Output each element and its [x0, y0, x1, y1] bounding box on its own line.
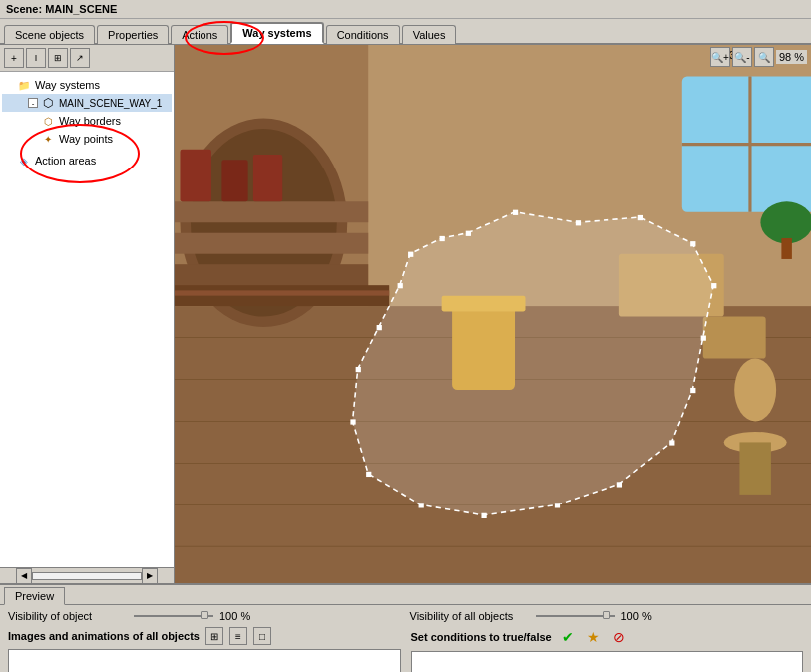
preview-tab-bar: Preview [0, 585, 811, 605]
tab-conditions[interactable]: Conditions [326, 25, 400, 44]
visibility-object-label: Visibility of object [8, 610, 128, 622]
svg-rect-45 [408, 252, 413, 257]
tree-item-way-points[interactable]: ✦ Way points [2, 130, 172, 148]
svg-rect-31 [690, 241, 695, 246]
svg-rect-35 [669, 440, 674, 445]
visibility-all-label: Visibility of all objects [410, 610, 530, 622]
scrollbar-track[interactable] [32, 572, 142, 580]
visibility-all-slider[interactable] [536, 615, 615, 617]
tree-scrollbar[interactable]: ◀ ▶ [0, 567, 174, 583]
svg-rect-44 [398, 283, 403, 288]
no-button[interactable]: ⊘ [609, 627, 629, 647]
tree-item-main-scene-way[interactable]: - ⬡ MAIN_SCENE_WAY_1 [2, 94, 172, 112]
conditions-section: Set conditions to true/false ✔ ★ ⊘ [411, 627, 804, 672]
images-header: Images and animations of all objects ⊞ ≡… [8, 627, 401, 645]
svg-rect-34 [690, 388, 695, 393]
svg-rect-48 [739, 442, 770, 494]
tab-preview[interactable]: Preview [4, 587, 65, 605]
tab-scene-objects[interactable]: Scene objects [4, 25, 95, 44]
svg-rect-50 [221, 160, 247, 201]
visibility-object-value: 100 % [219, 610, 254, 622]
svg-rect-43 [377, 325, 382, 330]
visibility-all-group: Visibility of all objects 100 % [410, 610, 804, 622]
way-point-icon: ✦ [40, 131, 56, 147]
tree-label-main-scene-way: MAIN_SCENE_WAY_1 [59, 98, 162, 109]
tree-label-action-areas: Action areas [35, 155, 96, 167]
svg-rect-42 [356, 367, 361, 372]
svg-rect-51 [253, 155, 282, 201]
images-section: Images and animations of all objects ⊞ ≡… [8, 627, 401, 672]
scene-render [175, 45, 811, 583]
tree-item-action-areas[interactable]: ◈ Action areas [2, 152, 172, 169]
svg-rect-13 [175, 201, 368, 222]
tab-way-systems[interactable]: Way systems [230, 22, 323, 44]
svg-rect-14 [175, 233, 368, 254]
left-panel: + I ⊞ ↗ 📁 Way systems - ⬡ MAIN_SCENE_WAY… [0, 45, 175, 583]
copy-button[interactable]: ⊞ [48, 48, 68, 68]
conditions-header: Set conditions to true/false ✔ ★ ⊘ [411, 627, 804, 647]
svg-rect-27 [466, 231, 471, 236]
svg-rect-36 [617, 482, 622, 487]
visibility-all-value: 100 % [621, 610, 656, 622]
main-layout: + I ⊞ ↗ 📁 Way systems - ⬡ MAIN_SCENE_WAY… [0, 45, 811, 583]
svg-rect-49 [180, 150, 210, 201]
preview-content: Visibility of object 100 % Visibility of… [0, 605, 811, 672]
scene-svg [175, 45, 811, 583]
move-button[interactable]: ↗ [70, 48, 90, 68]
svg-rect-53 [175, 290, 389, 295]
way-border-icon: ⬡ [40, 113, 56, 129]
expand-button[interactable]: - [28, 98, 38, 108]
add-button[interactable]: + [4, 48, 24, 68]
tab-actions[interactable]: Actions [171, 25, 228, 44]
tree-item-way-systems[interactable]: 📁 Way systems [2, 76, 172, 94]
zoom-out-button[interactable]: 🔍- [732, 47, 752, 67]
tree-area: 📁 Way systems - ⬡ MAIN_SCENE_WAY_1 ⬡ Way… [0, 72, 174, 567]
bottom-panel: Preview Visibility of object 100 % Visib… [0, 583, 811, 672]
svg-rect-37 [555, 503, 560, 507]
conditions-label: Set conditions to true/false [411, 631, 552, 643]
tab-values[interactable]: Values [402, 25, 457, 44]
conditions-input[interactable] [411, 651, 804, 672]
svg-rect-41 [350, 419, 355, 424]
rename-button[interactable]: I [26, 48, 46, 68]
visibility-object-slider[interactable] [134, 615, 213, 617]
svg-point-24 [760, 201, 811, 243]
scroll-right-button[interactable]: ▶ [142, 568, 158, 584]
svg-rect-30 [638, 215, 643, 220]
svg-rect-28 [513, 210, 518, 215]
bottom-sections: Images and animations of all objects ⊞ ≡… [8, 627, 803, 672]
star-button[interactable]: ★ [584, 627, 604, 647]
check-green-button[interactable]: ✔ [558, 627, 578, 647]
tree-item-way-borders[interactable]: ⬡ Way borders [2, 112, 172, 130]
images-list-btn[interactable]: ≡ [229, 627, 247, 645]
folder-icon: 📁 [16, 77, 32, 93]
zoom-in-button[interactable]: 🔍+ [710, 47, 730, 67]
svg-rect-40 [366, 472, 371, 477]
images-label: Images and animations of all objects [8, 630, 200, 642]
svg-rect-38 [481, 513, 486, 518]
title-text: Scene: MAIN_SCENE [6, 3, 117, 15]
svg-rect-29 [576, 220, 581, 225]
visibility-all-thumb[interactable] [603, 611, 610, 619]
images-input[interactable] [8, 649, 401, 672]
zoom-level: 98 % [776, 50, 807, 64]
images-grid-btn[interactable]: ⊞ [205, 627, 223, 645]
svg-rect-46 [440, 236, 445, 241]
svg-rect-25 [781, 238, 791, 259]
visibility-object-thumb[interactable] [201, 611, 208, 619]
tree-label-way-systems: Way systems [35, 79, 100, 91]
action-area-icon: ◈ [16, 153, 32, 168]
canvas-toolbar: 🔍+ 🔍- 🔍 98 % [710, 47, 807, 67]
visibility-object-group: Visibility of object 100 % [8, 610, 402, 622]
svg-rect-21 [734, 359, 776, 422]
tab-properties[interactable]: Properties [97, 25, 169, 44]
scroll-left-button[interactable]: ◀ [16, 568, 32, 584]
svg-rect-20 [703, 317, 766, 359]
zoom-reset-button[interactable]: 🔍 [754, 47, 774, 67]
tree-label-way-borders: Way borders [59, 115, 121, 127]
svg-rect-33 [701, 335, 706, 340]
svg-rect-32 [711, 283, 716, 288]
images-view-btn[interactable]: □ [253, 627, 271, 645]
canvas-area[interactable]: (11,302) 🔍+ 🔍- 🔍 98 % [175, 45, 811, 583]
tab-bar: Scene objects Properties Actions Way sys… [0, 19, 811, 45]
